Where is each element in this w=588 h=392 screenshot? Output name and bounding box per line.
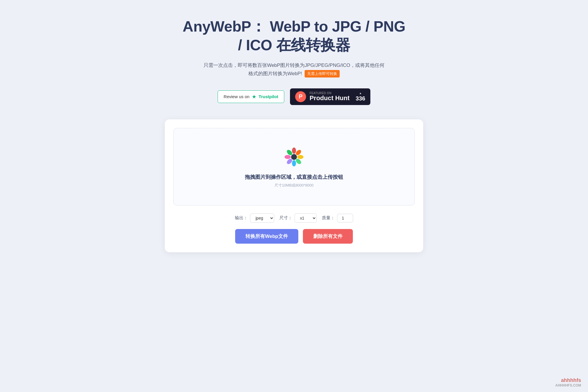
upvote-arrow-icon: ▲ [359,92,362,95]
page-title: AnyWebP： WebP to JPG / PNG / ICO 在线转换器 [183,17,405,55]
trustpilot-star-icon: ★ [252,94,256,100]
controls-row: 输出： jpeg png ico webp 尺寸： x1 x2 x0.5 质量： [173,214,415,223]
dropzone-title: 拖拽图片到操作区域，或直接点击上传按钮 [245,174,343,181]
page-wrapper: AnyWebP： WebP to JPG / PNG / ICO 在线转换器 只… [156,17,432,252]
convert-button[interactable]: 转换所有Webp文件 [235,229,298,244]
producthunt-name: Product Hunt [310,95,352,102]
quality-label: 质量： [322,215,335,221]
producthunt-logo: P [295,91,306,102]
output-select[interactable]: jpeg png ico webp [250,214,274,223]
svg-point-5 [292,160,296,166]
svg-point-3 [297,155,303,159]
size-control: 尺寸： x1 x2 x0.5 [279,214,317,223]
trustpilot-badge[interactable]: Review us on ★ Trustpilot [218,90,284,103]
svg-point-7 [285,155,291,159]
flower-icon [283,145,305,168]
producthunt-count: ▲ 336 [356,92,365,102]
quality-control: 质量： [322,214,353,222]
producthunt-info: FEATURED ON Product Hunt [310,92,352,102]
size-select[interactable]: x1 x2 x0.5 [295,214,317,223]
quality-input[interactable] [337,214,353,222]
watermark-sub: AHHHHFS.COM [555,383,581,387]
badge-row: Review us on ★ Trustpilot P FEATURED ON … [218,88,370,105]
trustpilot-name: Trustpilot [259,94,278,99]
size-label: 尺寸： [279,215,292,221]
dropzone-subtitle: 尺寸10MB或8000*8000 [274,183,314,188]
action-row: 转换所有Webp文件 删除所有文件 [173,229,415,244]
output-control: 输出： jpeg png ico webp [235,214,274,223]
producthunt-vote-count: 336 [356,95,365,102]
delete-button[interactable]: 删除所有文件 [303,229,353,244]
no-upload-badge: 无需上传即可转换 [305,70,340,77]
watermark-text: ahhhhfs [555,377,581,383]
svg-point-9 [291,154,297,160]
subtitle: 只需一次点击，即可将数百张WebP图片转换为JPG/JPEG/PNG/ICO，或… [202,61,386,78]
dropzone[interactable]: 拖拽图片到操作区域，或直接点击上传按钮 尺寸10MB或8000*8000 [173,128,415,205]
svg-point-1 [292,148,296,154]
main-card: 拖拽图片到操作区域，或直接点击上传按钮 尺寸10MB或8000*8000 输出：… [165,119,423,252]
producthunt-badge[interactable]: P FEATURED ON Product Hunt ▲ 336 [290,88,370,105]
trustpilot-review-label: Review us on [224,94,249,99]
watermark: ahhhhfs AHHHHFS.COM [555,377,581,387]
output-label: 输出： [235,215,248,221]
